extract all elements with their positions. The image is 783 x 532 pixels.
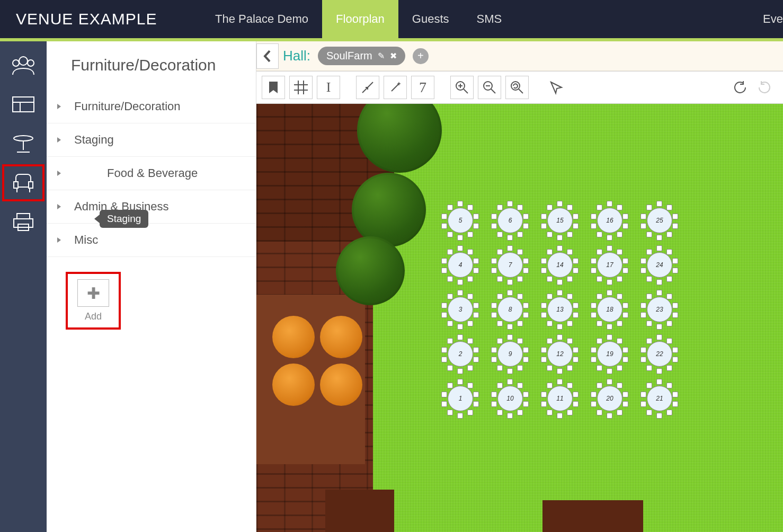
round-table[interactable]: 2: [443, 336, 478, 371]
category-list: Furniture/Decoration Staging Food & Beve…: [47, 90, 256, 257]
round-table[interactable]: 17: [592, 247, 627, 282]
chair-icon: [441, 258, 447, 264]
round-table[interactable]: 7: [493, 247, 528, 282]
round-table[interactable]: 25: [642, 203, 677, 238]
tool-grid[interactable]: [289, 76, 313, 99]
table-number: 3: [448, 297, 473, 322]
tool-bookmark[interactable]: [262, 76, 285, 99]
chair-icon: [547, 338, 553, 344]
chair-icon: [541, 258, 547, 264]
round-table[interactable]: 24: [642, 247, 677, 282]
category-misc[interactable]: Misc: [47, 224, 256, 257]
category-food-beverage[interactable]: Food & Beverage: [47, 157, 256, 190]
chair-icon: [517, 410, 523, 415]
chair-icon: [640, 258, 646, 264]
rail-layout-icon[interactable]: [2, 86, 45, 123]
svg-line-18: [362, 87, 368, 93]
tool-zoom-in[interactable]: [450, 76, 474, 99]
chair-icon: [491, 303, 497, 308]
round-table[interactable]: 13: [542, 292, 577, 327]
round-table[interactable]: 20: [592, 381, 627, 416]
hall-chip[interactable]: SoulFarm ✎ ✖: [318, 47, 405, 65]
tool-wand[interactable]: [384, 76, 407, 99]
nav-item-guests[interactable]: Guests: [398, 0, 463, 38]
collapse-panel-button[interactable]: [256, 43, 279, 69]
nav-item-right[interactable]: Eve: [763, 0, 783, 38]
table-number: 24: [647, 252, 672, 278]
tool-cursor[interactable]: [545, 76, 568, 99]
round-table[interactable]: 18: [592, 292, 627, 327]
chair-icon: [517, 321, 523, 326]
chair-icon: [523, 357, 529, 362]
chair-icon: [597, 249, 602, 255]
chair-icon: [491, 214, 497, 219]
category-staging[interactable]: Staging: [47, 123, 256, 157]
chair-icon: [557, 235, 563, 241]
svg-line-22: [464, 89, 468, 93]
chair-icon: [591, 303, 597, 308]
brand-title: VENUE EXAMPLE: [0, 0, 201, 38]
chair-icon: [541, 347, 547, 353]
chair-icon: [457, 290, 463, 296]
round-table[interactable]: 1: [443, 381, 478, 416]
chair-icon: [467, 383, 473, 388]
round-table[interactable]: 8: [493, 292, 528, 327]
round-table[interactable]: 21: [642, 381, 677, 416]
nav-item-sms[interactable]: SMS: [463, 0, 516, 38]
tool-text[interactable]: I: [317, 76, 340, 99]
category-furniture-decoration[interactable]: Furniture/Decoration: [47, 90, 256, 123]
rail-tables-icon[interactable]: [2, 125, 45, 162]
chair-icon: [622, 303, 628, 308]
add-button[interactable]: ✚: [77, 279, 109, 307]
tool-zoom-out[interactable]: [478, 76, 501, 99]
chair-icon: [567, 276, 573, 282]
table-number: 13: [547, 297, 573, 322]
chevron-right-icon: [57, 237, 63, 243]
rail-guests-icon[interactable]: [2, 47, 45, 84]
round-table[interactable]: 19: [592, 336, 627, 371]
round-table[interactable]: 16: [592, 203, 627, 238]
round-table[interactable]: 23: [642, 292, 677, 327]
chair-icon: [617, 338, 622, 344]
chair-icon: [573, 258, 579, 264]
chair-icon: [557, 245, 563, 251]
tool-reset-zoom[interactable]: [505, 76, 529, 99]
round-table[interactable]: 22: [642, 336, 677, 371]
round-table[interactable]: 3: [443, 292, 478, 327]
category-admin-business[interactable]: Admin & Business: [47, 190, 256, 224]
close-icon[interactable]: ✖: [390, 51, 397, 61]
chair-icon: [640, 214, 646, 219]
pencil-icon[interactable]: ✎: [378, 51, 385, 61]
svg-line-19: [368, 82, 373, 87]
rail-furniture-icon[interactable]: [2, 164, 45, 201]
chair-icon: [622, 401, 628, 407]
round-table[interactable]: 5: [443, 203, 478, 238]
chevron-right-icon: [57, 137, 63, 143]
table-number: 11: [547, 386, 573, 411]
tool-redo[interactable]: [754, 76, 778, 99]
chair-icon: [497, 276, 503, 282]
add-hall-button[interactable]: +: [413, 48, 429, 64]
nav-item-floorplan[interactable]: Floorplan: [322, 0, 398, 38]
table-number: 9: [497, 341, 523, 367]
chair-icon: [557, 379, 563, 385]
round-table[interactable]: 11: [542, 381, 577, 416]
round-table[interactable]: 14: [542, 247, 577, 282]
tree-icon: [336, 236, 405, 305]
nav-item-palace[interactable]: The Palace Demo: [201, 0, 322, 38]
chair-icon: [447, 321, 453, 326]
round-table[interactable]: 10: [493, 381, 528, 416]
round-table[interactable]: 4: [443, 247, 478, 282]
floorplan-canvas[interactable]: 5615162547141724381318232912192211011202…: [256, 104, 783, 532]
round-table[interactable]: 12: [542, 336, 577, 371]
round-table[interactable]: 15: [542, 203, 577, 238]
round-table[interactable]: 6: [493, 203, 528, 238]
svg-rect-3: [13, 97, 34, 112]
round-table[interactable]: 9: [493, 336, 528, 371]
chair-icon: [646, 321, 652, 326]
tool-undo[interactable]: [727, 76, 750, 99]
chair-icon: [573, 223, 579, 229]
rail-print-icon[interactable]: [2, 203, 45, 241]
tool-seven[interactable]: 7: [411, 76, 434, 99]
tool-snap[interactable]: [356, 76, 379, 99]
